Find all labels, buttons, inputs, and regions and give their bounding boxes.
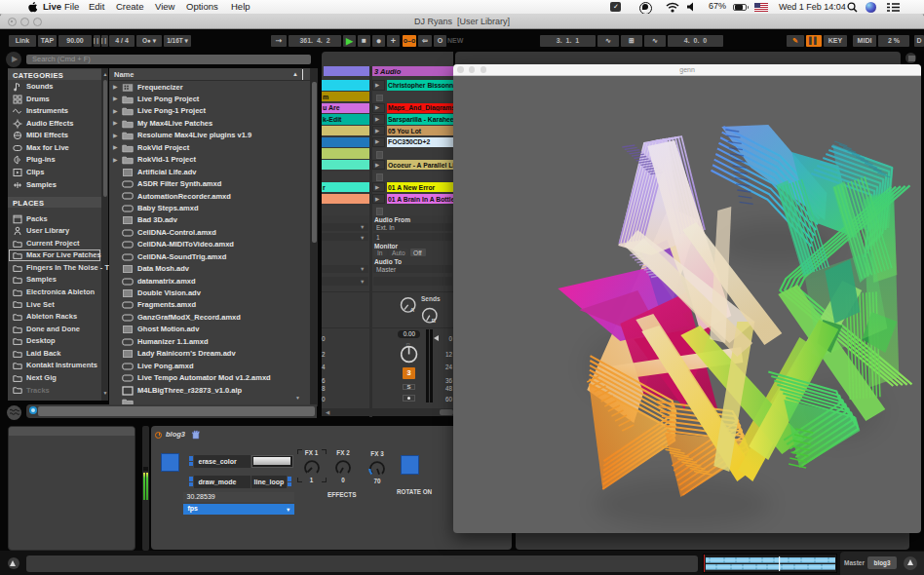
- svg-text:B: B: [432, 318, 437, 324]
- svg-text:A: A: [410, 307, 415, 313]
- svg-text:Sends: Sends: [421, 295, 441, 302]
